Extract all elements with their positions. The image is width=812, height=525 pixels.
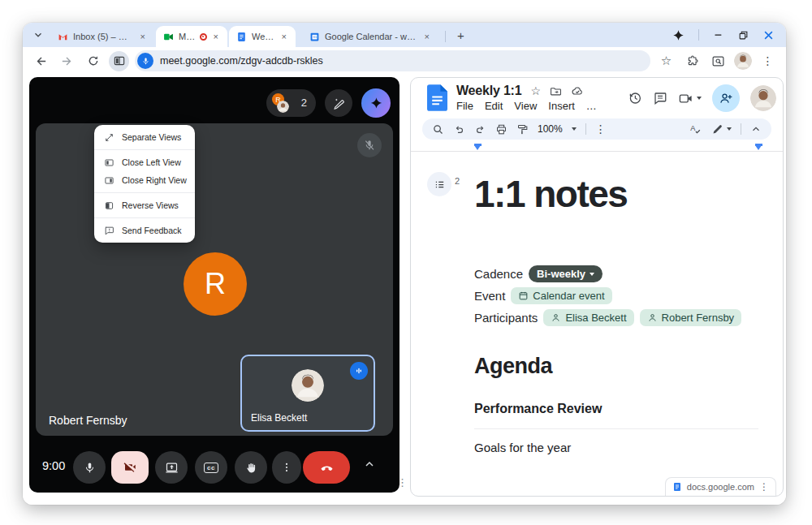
menu-item-separate-views[interactable]: Separate Views [94, 128, 195, 146]
raise-hand-button[interactable] [235, 451, 267, 484]
self-name-label: Elisa Beckett [251, 412, 307, 424]
menu-view[interactable]: View [514, 100, 537, 112]
mic-button[interactable] [73, 451, 106, 484]
meet-pane: R 2 R Robert Fernsby [29, 77, 400, 493]
tab-close-icon[interactable]: × [212, 32, 220, 42]
menu-file[interactable]: File [456, 100, 473, 112]
indent-marker-left[interactable] [474, 145, 481, 150]
forward-button[interactable] [57, 51, 77, 71]
captions-button[interactable]: cc [195, 451, 227, 484]
self-view-tile[interactable]: Elisa Beckett [240, 355, 375, 432]
chevron-down-icon[interactable] [572, 127, 577, 131]
extensions-button[interactable] [682, 51, 702, 71]
move-folder-icon[interactable] [550, 85, 562, 97]
split-view-icon [113, 54, 126, 67]
print-icon[interactable] [495, 123, 508, 136]
tab-meet[interactable]: Meet - × [156, 26, 227, 47]
share-button[interactable] [712, 84, 740, 112]
hide-controls-button[interactable] [363, 458, 376, 471]
search-icon[interactable] [432, 123, 444, 136]
back-icon [34, 54, 48, 68]
site-badge-menu-icon[interactable]: ⋮ [759, 482, 769, 492]
chrome-menu-button[interactable]: ⋮ [758, 51, 778, 71]
participants-pill[interactable]: R 2 [266, 89, 316, 117]
more-options-button[interactable] [272, 451, 301, 484]
tab-close-icon[interactable]: × [280, 32, 288, 42]
menu-item-send-feedback[interactable]: Send Feedback [94, 222, 195, 239]
meeting-time: 9:00 [42, 459, 65, 472]
divider [474, 428, 758, 429]
version-history-icon[interactable] [628, 91, 642, 105]
reload-button[interactable] [83, 51, 103, 71]
site-badge[interactable]: docs.google.com ⋮ [665, 477, 776, 496]
avatar-initial: R [205, 267, 226, 301]
annotate-button[interactable] [325, 89, 352, 117]
cadence-dropdown-chip[interactable]: Bi-weekly [529, 265, 603, 282]
mic-permission-badge[interactable] [137, 53, 153, 69]
collapse-toolbar-icon[interactable] [750, 123, 762, 135]
person-chip[interactable]: Robert Fernsby [640, 309, 742, 326]
undo-icon[interactable] [453, 123, 465, 136]
join-call-button[interactable] [678, 91, 702, 106]
close-icon[interactable] [762, 29, 775, 41]
menu-item-label: Reverse Views [122, 200, 179, 210]
star-document-icon[interactable]: ☆ [530, 84, 541, 97]
menu-edit[interactable]: Edit [485, 100, 503, 112]
spellcheck-icon[interactable]: A [689, 123, 702, 136]
menu-more[interactable]: … [586, 100, 597, 112]
close-right-view-icon [104, 175, 114, 186]
comments-icon[interactable] [653, 91, 667, 105]
editing-mode-button[interactable] [711, 123, 732, 136]
paint-format-icon[interactable] [516, 123, 529, 136]
search-tabs-button[interactable] [708, 51, 728, 71]
person-chip[interactable]: Elisa Beckett [543, 309, 633, 326]
main-video-tile[interactable]: R Robert Fernsby Elisa Beckett [36, 123, 393, 436]
redo-icon[interactable] [474, 123, 486, 136]
menu-item-close-left-view[interactable]: Close Left View [94, 153, 195, 171]
minimize-icon[interactable] [713, 29, 724, 41]
camera-off-button[interactable] [111, 451, 149, 484]
menu-item-close-right-view[interactable]: Close Right View [94, 171, 195, 189]
restore-icon[interactable] [738, 30, 749, 41]
sparkle-icon[interactable] [672, 29, 685, 41]
doc-tabs-button[interactable] [427, 172, 451, 196]
hand-icon [244, 461, 258, 475]
tab-close-icon[interactable]: × [423, 32, 431, 42]
doc-title[interactable]: 1:1 notes [474, 172, 627, 216]
split-view-button[interactable] [109, 51, 129, 71]
tab-label: Google Calendar - week of [325, 32, 418, 41]
document-title[interactable]: Weekly 1:1 [456, 84, 521, 98]
equalizer-icon [354, 366, 364, 376]
calendar-event-chip[interactable]: Calendar event [511, 287, 611, 304]
tab-calendar[interactable]: 31 Google Calendar - week of × [302, 26, 438, 47]
menu-item-label: Separate Views [122, 132, 181, 142]
person-add-icon [719, 91, 733, 105]
menu-item-reverse-views[interactable]: Reverse Views [94, 196, 195, 214]
cloud-saved-icon[interactable] [571, 84, 584, 97]
back-button[interactable] [31, 51, 51, 71]
tab-gmail[interactable]: Inbox (5) – Gmail × [50, 26, 154, 47]
reverse-views-icon [104, 200, 114, 211]
address-bar[interactable]: meet.google.com/zdgv-adcdb-rskles [135, 50, 650, 71]
toolbar-more-icon[interactable]: ⋮ [595, 123, 607, 135]
bookmark-button[interactable]: ☆ [656, 51, 676, 71]
tab-docs[interactable]: Weekly 1 × [229, 26, 296, 47]
window-controls [672, 29, 780, 41]
tab-label: Meet - [179, 32, 195, 41]
tab-search-button[interactable] [29, 26, 47, 44]
agenda-item: Performance Review [474, 402, 602, 416]
end-call-button[interactable] [303, 451, 350, 484]
gemini-button[interactable] [361, 88, 391, 118]
docs-profile-avatar[interactable] [750, 85, 776, 111]
meet-icon [163, 32, 174, 42]
present-button[interactable] [155, 451, 188, 484]
indent-marker-right[interactable] [755, 145, 762, 150]
tab-close-icon[interactable]: × [139, 32, 147, 42]
zoom-level[interactable]: 100% [538, 123, 563, 135]
new-tab-button[interactable]: + [454, 28, 468, 42]
split-divider-handle[interactable]: ⋮ [397, 477, 408, 488]
menu-insert[interactable]: Insert [548, 100, 575, 112]
cadence-label: Cadence [474, 267, 523, 281]
menu-separator [94, 149, 195, 150]
profile-avatar[interactable] [734, 52, 752, 70]
